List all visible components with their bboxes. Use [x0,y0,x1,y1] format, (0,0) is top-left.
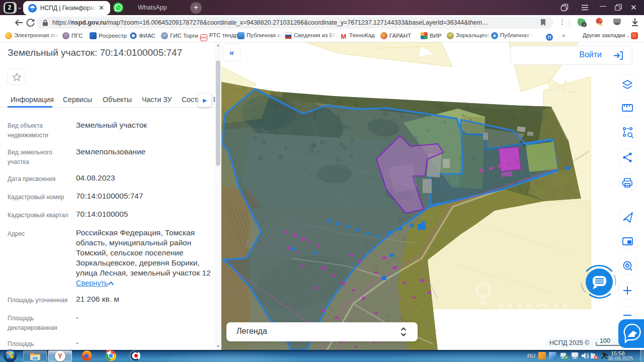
svg-text:циан: циан [497,292,571,324]
svg-text:2: 2 [583,23,586,27]
